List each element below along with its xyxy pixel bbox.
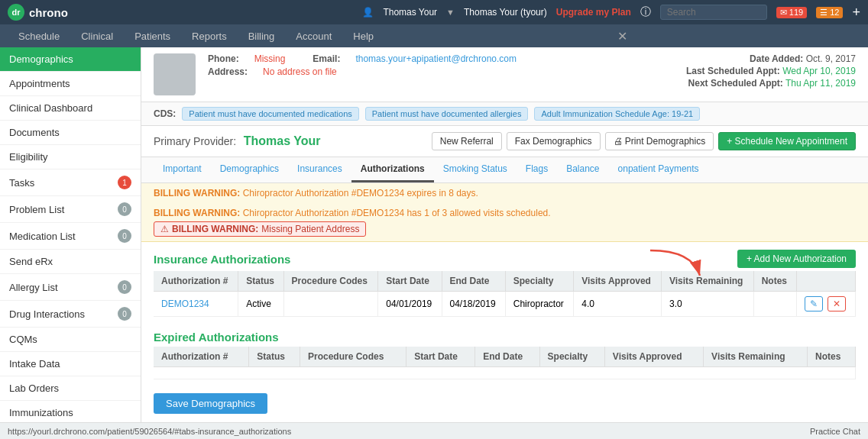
- date-added-value: Oct. 9, 2017: [806, 53, 856, 64]
- tab-insurances[interactable]: Insurances: [288, 157, 351, 182]
- exp-col-notes: Notes: [808, 347, 856, 367]
- edit-auth-button[interactable]: ✎: [805, 296, 823, 311]
- sidebar-item-appointments[interactable]: Appointments: [0, 72, 141, 96]
- sidebar-item-tasks[interactable]: Tasks 1: [0, 169, 141, 196]
- user-account: Thomas Your (tyour): [464, 7, 547, 18]
- tab-smoking-status[interactable]: Smoking Status: [434, 157, 517, 182]
- sidebar-item-intake-data[interactable]: Intake Data: [0, 352, 141, 376]
- auth-notes: [753, 292, 796, 317]
- logo-area: dr chrono: [8, 4, 68, 21]
- sidebar-item-demographics[interactable]: Demographics: [0, 47, 141, 72]
- nav-reports[interactable]: Reports: [181, 24, 238, 47]
- patient-avatar: [154, 53, 196, 95]
- sidebar-item-medication-list[interactable]: Medication List 0: [0, 223, 141, 250]
- warning-icon: ⚠: [160, 224, 169, 234]
- print-demographics-button[interactable]: 🖨 Print Demographics: [605, 132, 714, 150]
- tab-important[interactable]: Important: [154, 157, 211, 182]
- insurance-auth-table-wrapper: Authorization # Status Procedure Codes S…: [141, 271, 868, 323]
- sidebar-item-allergy-list[interactable]: Allergy List 0: [0, 274, 141, 301]
- messages-badge[interactable]: ✉ 119: [776, 7, 807, 18]
- date-added-label: Date Added:: [750, 53, 803, 64]
- auth-number-link[interactable]: DEMO1234: [161, 299, 209, 309]
- col-auth-number: Authorization #: [154, 271, 238, 292]
- insurance-auth-header: Insurance Authorizations + Add New Autho…: [141, 242, 868, 271]
- add-new-authorization-button[interactable]: + Add New Authorization: [737, 250, 856, 268]
- insurance-auth-section: Insurance Authorizations + Add New Autho…: [141, 242, 868, 323]
- sidebar-item-clinical-dashboard[interactable]: Clinical Dashboard: [0, 96, 141, 121]
- col-notes: Notes: [753, 271, 796, 292]
- nav-billing[interactable]: Billing: [238, 24, 286, 47]
- primary-provider-label: Primary Provider:: [154, 135, 236, 147]
- url-display: https://yourl.drchrono.com/patient/59026…: [8, 427, 291, 436]
- schedule-appointment-button[interactable]: + Schedule New Appointment: [718, 132, 856, 150]
- tab-demographics[interactable]: Demographics: [211, 157, 288, 182]
- practice-chat-label[interactable]: Practice Chat: [810, 427, 860, 436]
- phone-label: Phone:: [208, 53, 239, 64]
- search-input[interactable]: [660, 5, 767, 20]
- primary-provider-name: Thomas Your: [244, 134, 321, 147]
- col-visits-approved: Visits Approved: [574, 271, 662, 292]
- second-navbar: Schedule Clinical Patients Reports Billi…: [0, 24, 868, 47]
- exp-col-visits-approved: Visits Approved: [604, 347, 703, 367]
- nav-account[interactable]: Account: [285, 24, 342, 47]
- exp-col-specialty: Specialty: [539, 347, 604, 367]
- fax-demographics-button[interactable]: Fax Demographics: [507, 132, 601, 150]
- patient-dates: Date Added: Oct. 9, 2017 Last Scheduled …: [686, 53, 856, 95]
- cds-badge-0[interactable]: Patient must have documented medications: [182, 107, 358, 121]
- person-icon: 👤: [362, 7, 374, 18]
- col-procedure-codes: Procedure Codes: [283, 271, 378, 292]
- close-icon[interactable]: ✕: [617, 29, 627, 44]
- sidebar-item-drug-interactions[interactable]: Drug Interactions 0: [0, 301, 141, 328]
- exp-col-start-date: Start Date: [406, 347, 475, 367]
- sidebar-item-problem-list[interactable]: Problem List 0: [0, 196, 141, 223]
- provider-buttons: New Referral Fax Demographics 🖨 Print De…: [432, 132, 856, 150]
- tab-onpatient-payments[interactable]: onpatient Payments: [609, 157, 708, 182]
- warning-2-detail: Chiropractor Authorization #DEMO1234 has…: [243, 208, 551, 218]
- sidebar-item-eligibility[interactable]: Eligibility: [0, 145, 141, 169]
- main-layout: Demographics Appointments Clinical Dashb…: [0, 47, 868, 439]
- nav-clinical[interactable]: Clinical: [70, 24, 124, 47]
- expired-auth-header: Expired Authorizations: [141, 323, 868, 347]
- auth-visits-remaining: 3.0: [661, 292, 753, 317]
- cds-badge-2[interactable]: Adult Immunization Schedule Age: 19-21: [534, 107, 700, 121]
- col-end-date: End Date: [442, 271, 505, 292]
- alerts-badge[interactable]: ☰ 12: [816, 7, 843, 18]
- nav-patients[interactable]: Patients: [124, 24, 181, 47]
- save-demographics-button[interactable]: Save Demographics: [154, 393, 267, 414]
- new-referral-button[interactable]: New Referral: [432, 132, 502, 150]
- cds-row: CDS: Patient must have documented medica…: [141, 102, 868, 126]
- expired-auth-table: Authorization # Status Procedure Codes S…: [154, 347, 856, 379]
- save-btn-area: Save Demographics: [141, 386, 868, 421]
- patient-info: Phone: Missing Email: thomas.your+apipat…: [208, 53, 674, 95]
- sidebar-item-cqms[interactable]: CQMs: [0, 328, 141, 352]
- last-appt-value: Wed Apr 10, 2019: [782, 66, 856, 76]
- insurance-auth-title: Insurance Authorizations: [154, 253, 290, 266]
- nav-schedule[interactable]: Schedule: [8, 24, 70, 47]
- tab-authorizations[interactable]: Authorizations: [351, 157, 434, 182]
- tab-flags[interactable]: Flags: [517, 157, 557, 182]
- sidebar: Demographics Appointments Clinical Dashb…: [0, 47, 141, 439]
- tasks-badge: 1: [118, 176, 131, 189]
- delete-auth-button[interactable]: ✕: [828, 296, 846, 311]
- sidebar-item-documents[interactable]: Documents: [0, 121, 141, 145]
- sidebar-item-send-erx[interactable]: Send eRx: [0, 250, 141, 274]
- problem-list-badge: 0: [118, 202, 131, 216]
- email-value: thomas.your+apipatient@drchrono.com: [355, 53, 517, 64]
- tab-balance[interactable]: Balance: [557, 157, 608, 182]
- cds-label: CDS:: [154, 108, 176, 119]
- expired-auth-section: Expired Authorizations Authorization # S…: [141, 323, 868, 386]
- add-icon[interactable]: +: [852, 5, 860, 21]
- auth-procedure-codes: [283, 292, 378, 317]
- sidebar-item-lab-orders[interactable]: Lab Orders: [0, 376, 141, 401]
- expired-table-empty-row: [154, 367, 856, 379]
- help-icon: ⓘ: [640, 5, 651, 19]
- nav-help[interactable]: Help: [342, 24, 384, 47]
- exp-col-status: Status: [249, 347, 300, 367]
- next-appt-value: Thu Apr 11, 2019: [785, 78, 856, 89]
- auth-status: Active: [238, 292, 283, 317]
- upgrade-link[interactable]: Upgrade my Plan: [556, 7, 631, 18]
- content-area: Phone: Missing Email: thomas.your+apipat…: [141, 47, 868, 439]
- tabs-row: Important Demographics Insurances Author…: [141, 157, 868, 183]
- medication-list-badge: 0: [118, 229, 131, 243]
- cds-badge-1[interactable]: Patient must have documented allergies: [365, 107, 529, 121]
